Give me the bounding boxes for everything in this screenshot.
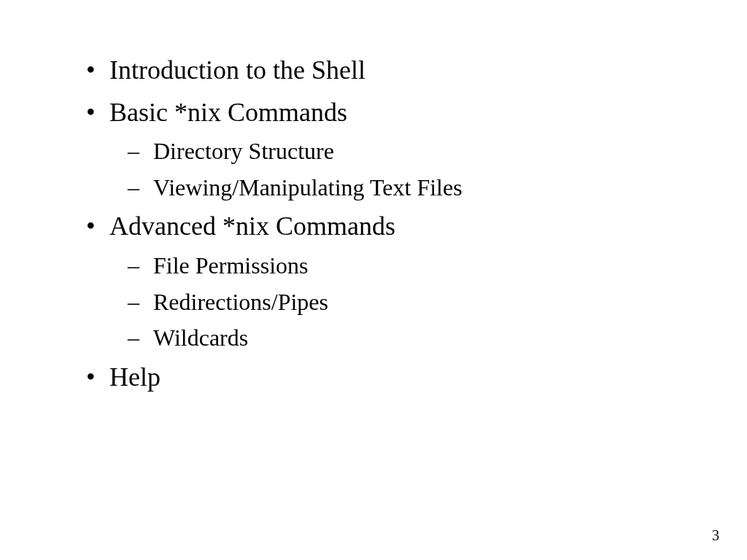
list-subitem: Directory Structure xyxy=(80,133,747,170)
list-subitem: File Permissions xyxy=(80,248,747,284)
list-item: Advanced *nix Commands xyxy=(80,206,747,248)
list-item: Basic *nix Commands xyxy=(80,92,747,134)
page-number: 3 xyxy=(712,527,719,544)
list-item: Introduction to the Shell xyxy=(80,50,747,92)
list-subitem: Wildcards xyxy=(80,320,747,357)
list-item: Help xyxy=(80,357,747,399)
list-subitem: Viewing/Manipulating Text Files xyxy=(80,170,747,206)
list-subitem: Redirections/Pipes xyxy=(80,284,747,321)
slide-content: Introduction to the Shell Basic *nix Com… xyxy=(0,0,747,398)
